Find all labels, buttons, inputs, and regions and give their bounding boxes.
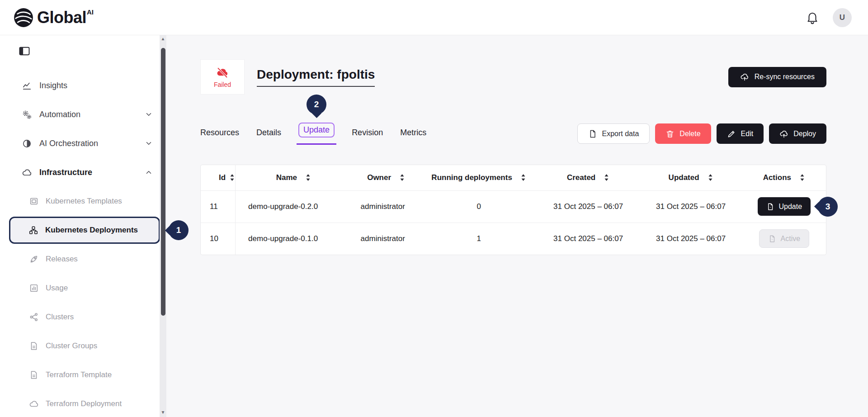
page-title: Deployment: fpoltis (257, 67, 375, 87)
sort-icon[interactable] (520, 174, 526, 181)
scroll-down-icon[interactable]: ▼ (160, 409, 166, 416)
deployments-table: Id Name Owner Running deployments Create… (200, 165, 826, 255)
file-icon (588, 129, 597, 138)
tab-revision[interactable]: Revision (352, 128, 383, 145)
sort-icon[interactable] (305, 174, 311, 181)
main-content: Failed Deployment: fpoltis Re-sync resou… (166, 35, 868, 417)
notifications-bell-icon[interactable] (806, 11, 819, 24)
sidebar-item-label: Usage (46, 284, 68, 293)
sidebar-item-label: Clusters (46, 313, 74, 322)
app-window: GlobalAI U Insights (0, 0, 868, 417)
annotation-number: 1 (176, 225, 181, 235)
resync-resources-button[interactable]: Re-sync resources (728, 67, 826, 87)
tabs-and-actions-row: Resources Details 2 Update Revision Metr… (200, 123, 826, 145)
column-header-id: Id (219, 173, 226, 182)
brand-suffix: AI (87, 8, 94, 16)
sort-icon[interactable] (708, 174, 713, 181)
document-icon (29, 370, 39, 380)
tab-label: Resources (200, 128, 239, 137)
chart-line-icon (22, 81, 32, 91)
tab-details[interactable]: Details (256, 128, 281, 145)
column-header-created: Created (567, 173, 595, 182)
cell-created: 31 Oct 2025 – 06:07 (537, 223, 640, 255)
cell-id: 11 (201, 190, 236, 223)
sidebar-item-kubernetes-deployments[interactable]: Kubernetes Deployments 1 (9, 217, 160, 244)
cell-name: demo-upgrade-0.1.0 (236, 223, 352, 255)
cell-actions: Update 3 (742, 190, 826, 223)
edit-button[interactable]: Edit (717, 123, 764, 144)
annotation-step-3: 3 (818, 197, 838, 217)
cell-updated: 31 Oct 2025 – 06:07 (640, 190, 742, 223)
tab-metrics[interactable]: Metrics (400, 128, 426, 145)
sidebar-nav: Insights Automation AI Orchestration (0, 71, 166, 417)
sidebar-item-releases[interactable]: Releases (0, 245, 166, 274)
sidebar-item-label: Automation (39, 110, 80, 119)
sidebar-collapse-icon[interactable] (18, 45, 31, 57)
sidebar: Insights Automation AI Orchestration (0, 35, 166, 417)
trash-icon (665, 129, 675, 138)
deploy-button[interactable]: Deploy (769, 123, 826, 144)
column-header-name: Name (276, 173, 297, 182)
sidebar-item-infrastructure[interactable]: Infrastructure (0, 158, 166, 187)
cloud-upload-icon (740, 72, 749, 81)
export-data-button[interactable]: Export data (577, 123, 650, 144)
active-tab-underline (297, 143, 336, 145)
sidebar-item-terraform-template[interactable]: Terraform Template (0, 360, 166, 389)
sidebar-item-label: AI Orchestration (39, 139, 98, 148)
cell-id: 10 (201, 223, 236, 255)
cell-owner: administrator (352, 190, 421, 223)
action-buttons: Export data Delete Edit (577, 123, 826, 144)
sidebar-item-label: Releases (46, 255, 78, 264)
cloud-failed-icon (215, 66, 230, 80)
gears-icon (22, 109, 32, 120)
sidebar-item-ai-orchestration[interactable]: AI Orchestration (0, 129, 166, 158)
sidebar-item-label: Insights (39, 81, 67, 90)
sort-icon[interactable] (399, 174, 405, 181)
sidebar-item-cluster-groups[interactable]: Cluster Groups (0, 332, 166, 360)
cell-name: demo-upgrade-0.2.0 (236, 190, 352, 223)
deploy-label: Deploy (793, 130, 816, 138)
tab-label: Details (256, 128, 281, 137)
tab-label: Revision (352, 128, 383, 137)
tab-update[interactable]: 2 Update (298, 123, 335, 145)
user-avatar[interactable]: U (833, 8, 852, 27)
tab-label: Update (298, 123, 335, 137)
sidebar-item-label: Kubernetes Deployments (45, 226, 138, 235)
sort-icon[interactable] (229, 174, 235, 181)
tab-resources[interactable]: Resources (200, 128, 239, 145)
sidebar-item-label: Terraform Deployment (46, 399, 122, 408)
cloud-upload-icon (779, 129, 788, 138)
scroll-up-icon[interactable]: ▲ (160, 35, 166, 43)
update-label: Update (779, 203, 802, 211)
sidebar-item-automation[interactable]: Automation (0, 100, 166, 129)
tab-bar: Resources Details 2 Update Revision Metr… (200, 123, 426, 145)
delete-button[interactable]: Delete (655, 123, 711, 144)
column-header-owner: Owner (367, 173, 391, 182)
sidebar-scrollbar[interactable]: ▲ ▼ (160, 35, 166, 417)
file-update-icon (766, 203, 774, 211)
sidebar-item-usage[interactable]: Usage (0, 274, 166, 303)
update-row-button[interactable]: Update (758, 197, 811, 216)
annotation-step-2: 2 (307, 95, 326, 114)
sidebar-item-kubernetes-templates[interactable]: Kubernetes Templates (0, 187, 166, 216)
annotation-number: 2 (314, 100, 319, 109)
deployment-status-card: Failed (200, 59, 245, 95)
annotation-step-1: 1 (169, 220, 189, 240)
annotation-number: 3 (826, 202, 830, 212)
sidebar-item-clusters[interactable]: Clusters (0, 303, 166, 332)
cloud-icon (29, 399, 39, 409)
chevron-up-icon (145, 168, 153, 176)
scrollbar-thumb[interactable] (161, 48, 165, 316)
top-bar: GlobalAI U (0, 0, 868, 35)
sidebar-item-insights[interactable]: Insights (0, 71, 166, 100)
active-row-button[interactable]: Active (759, 229, 810, 248)
sort-icon[interactable] (799, 174, 805, 181)
cell-created: 31 Oct 2025 – 06:07 (537, 190, 640, 223)
sort-icon[interactable] (604, 174, 609, 181)
network-icon (29, 312, 39, 322)
sidebar-item-terraform-deployment[interactable]: Terraform Deployment (0, 389, 166, 417)
edit-label: Edit (741, 130, 754, 138)
delete-label: Delete (679, 130, 700, 138)
table-row: 11 demo-upgrade-0.2.0 administrator 0 31… (201, 190, 826, 223)
table-row: 10 demo-upgrade-0.1.0 administrator 1 31… (201, 223, 826, 255)
